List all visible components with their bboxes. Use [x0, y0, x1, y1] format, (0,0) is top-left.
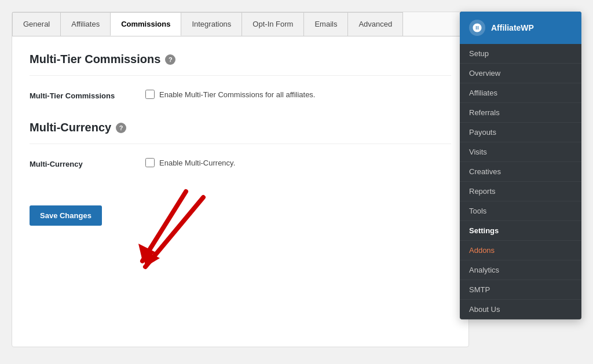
svg-line-2: [142, 192, 186, 261]
sidebar-menu: AffiliateWP Setup Overview Affiliates Re…: [460, 12, 581, 319]
section-multi-currency: Multi-Currency ? Multi-Currency Enable M…: [30, 121, 451, 168]
main-panel: General Affiliates Commissions Integrati…: [12, 12, 469, 347]
sidebar-item-creatives[interactable]: Creatives: [460, 162, 581, 182]
svg-line-0: [145, 197, 203, 267]
sidebar-item-visits[interactable]: Visits: [460, 142, 581, 162]
affiliatewp-logo: [469, 20, 485, 36]
sidebar-nav: Setup Overview Affiliates Referrals Payo…: [460, 44, 581, 319]
arrow-annotation: [111, 186, 226, 304]
multi-currency-checkbox[interactable]: [145, 158, 155, 167]
help-icon-multi-tier[interactable]: ?: [165, 54, 175, 65]
section-multi-tier: Multi-Tier Commissions ? Multi-Tier Comm…: [30, 53, 451, 100]
field-row-multi-tier: Multi-Tier Commissions Enable Multi-Tier…: [30, 90, 451, 100]
tab-advanced[interactable]: Advanced: [347, 12, 403, 36]
sidebar-item-reports[interactable]: Reports: [460, 182, 581, 201]
sidebar-item-smtp[interactable]: SMTP: [460, 280, 581, 300]
sidebar-item-referrals[interactable]: Referrals: [460, 103, 581, 123]
sidebar-item-about-us[interactable]: About Us: [460, 300, 581, 319]
tab-affiliates[interactable]: Affiliates: [60, 12, 111, 36]
svg-marker-3: [138, 244, 156, 261]
tab-emails[interactable]: Emails: [303, 12, 348, 36]
sidebar-brand-label: AffiliateWP: [491, 23, 534, 32]
sidebar-item-addons[interactable]: Addons: [460, 241, 581, 260]
field-label-multi-tier: Multi-Tier Commissions: [30, 90, 145, 100]
tab-opt-in-form[interactable]: Opt-In Form: [241, 12, 304, 36]
sidebar-item-affiliates[interactable]: Affiliates: [460, 83, 581, 103]
multi-tier-checkbox-label: Enable Multi-Tier Commissions for all af…: [159, 90, 315, 99]
tab-commissions[interactable]: Commissions: [110, 12, 181, 36]
section-title-multi-currency: Multi-Currency ?: [30, 121, 451, 134]
sidebar-item-setup[interactable]: Setup: [460, 44, 581, 64]
section-divider-1: [30, 75, 451, 76]
save-changes-button[interactable]: Save Changes: [30, 205, 102, 226]
svg-marker-1: [142, 249, 160, 267]
sidebar-item-payouts[interactable]: Payouts: [460, 123, 581, 142]
field-label-multi-currency: Multi-Currency: [30, 158, 145, 168]
section-title-multi-tier: Multi-Tier Commissions ?: [30, 53, 451, 66]
multi-tier-checkbox[interactable]: [145, 90, 155, 99]
sidebar-header: AffiliateWP: [460, 12, 581, 44]
field-row-multi-currency: Multi-Currency Enable Multi-Currency.: [30, 158, 451, 168]
help-icon-multi-currency[interactable]: ?: [116, 123, 126, 133]
multi-currency-checkbox-label: Enable Multi-Currency.: [159, 159, 235, 167]
sidebar-item-overview[interactable]: Overview: [460, 64, 581, 83]
sidebar-item-analytics[interactable]: Analytics: [460, 260, 581, 280]
field-control-multi-currency: Enable Multi-Currency.: [145, 158, 235, 167]
sidebar-item-tools[interactable]: Tools: [460, 201, 581, 221]
tab-integrations[interactable]: Integrations: [181, 12, 242, 36]
tabs-bar: General Affiliates Commissions Integrati…: [12, 12, 468, 36]
content-area: Multi-Tier Commissions ? Multi-Tier Comm…: [12, 36, 468, 201]
section-divider-2: [30, 144, 451, 144]
field-control-multi-tier: Enable Multi-Tier Commissions for all af…: [145, 90, 315, 99]
sidebar-item-settings[interactable]: Settings: [460, 221, 581, 241]
tab-general[interactable]: General: [12, 12, 61, 36]
